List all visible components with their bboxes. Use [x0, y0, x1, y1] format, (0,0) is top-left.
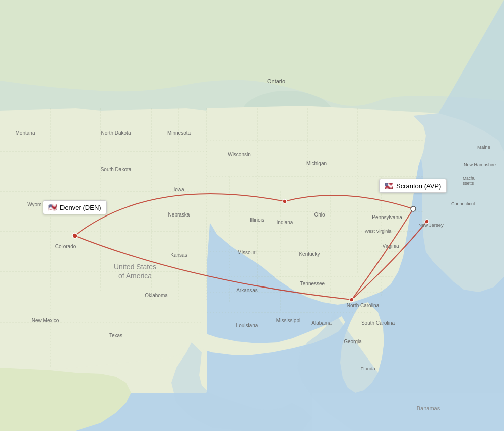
svg-rect-7 — [312, 393, 504, 431]
florida-label: Florida — [360, 366, 375, 371]
wv-label: West Virginia — [365, 229, 392, 234]
missouri-label: Missouri — [237, 250, 256, 255]
ohio-label: Ohio — [314, 212, 325, 218]
montana-label: Montana — [16, 130, 35, 136]
denver-flag: 🇺🇸 — [48, 203, 57, 211]
massachusetts-label: ssetts — [463, 181, 474, 186]
map-container: Ontario Montana Wyoming Colorado North D… — [0, 0, 504, 431]
nh-label: New Hampshire — [464, 162, 496, 167]
tennessee-label: Tennessee — [300, 281, 325, 286]
louisiana-label: Louisiana — [236, 323, 258, 328]
kentucky-label: Kentucky — [299, 251, 320, 257]
indiana-label: Indiana — [277, 220, 293, 225]
wisconsin-label: Wisconsin — [228, 152, 251, 157]
map-svg: Ontario Montana Wyoming Colorado North D… — [0, 0, 504, 431]
sc-label: South Carolina — [361, 320, 395, 326]
denver-airport-label: 🇺🇸 Denver (DEN) — [43, 200, 107, 214]
pennsylvania-label: Pennsylvania — [372, 214, 402, 220]
georgia-label: Georgia — [344, 339, 362, 344]
massachusetts-label2: Machu — [463, 176, 476, 181]
scranton-dot — [411, 206, 416, 211]
kansas-label: Kansas — [170, 252, 187, 258]
virginia-label: Virginia — [382, 243, 399, 249]
intermediate-dot — [283, 199, 287, 203]
arkansas-label: Arkansas — [236, 288, 258, 293]
michigan-label: Michigan — [306, 161, 327, 166]
ontario-label: Ontario — [267, 78, 285, 84]
scranton-flag: 🇺🇸 — [385, 182, 393, 190]
nebraska-label: Nebraska — [168, 212, 190, 218]
colorado-label: Colorado — [55, 244, 76, 249]
minnesota-label: Minnesota — [167, 130, 191, 136]
new-jersey-label: New Jersey — [418, 222, 444, 228]
illinois-label: Illinois — [250, 217, 264, 223]
nc-dot — [350, 298, 354, 302]
south-dakota-label: South Dakota — [101, 167, 132, 172]
iowa-label: Iowa — [173, 187, 184, 192]
oklahoma-label: Oklahoma — [145, 293, 168, 298]
alabama-label: Alabama — [311, 320, 332, 326]
new-mexico-label: New Mexico — [32, 318, 59, 323]
denver-label-text: Denver (DEN) — [60, 204, 101, 211]
scranton-airport-label: 🇺🇸 Scranton (AVP) — [379, 179, 447, 193]
mississippi-label: Mississippi — [276, 318, 300, 323]
usa-label2: of America — [118, 272, 152, 280]
texas-label: Texas — [109, 333, 122, 338]
usa-label: United States — [114, 263, 156, 271]
denver-dot — [72, 233, 77, 238]
maine-label: Maine — [477, 144, 490, 150]
north-dakota-label: North Dakota — [101, 130, 131, 136]
nc-label: North Carolina — [347, 303, 380, 308]
connecticut-label: Connecticut — [451, 201, 475, 206]
scranton-label-text: Scranton (AVP) — [396, 182, 441, 190]
bahamas-label: Bahamas — [417, 405, 440, 411]
